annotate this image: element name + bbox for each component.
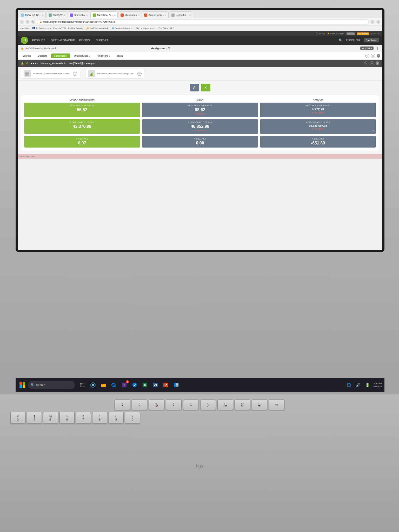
mean-mse-value: 46,852.98 bbox=[144, 124, 256, 129]
key-f7[interactable]: f7▶+ bbox=[183, 400, 199, 410]
model-btn-regression[interactable]: Λ bbox=[190, 84, 199, 91]
key-7[interactable]: &7 bbox=[76, 412, 91, 424]
sound-icon[interactable]: 🔊 bbox=[354, 381, 362, 389]
key-f8[interactable]: f8🎤 bbox=[200, 400, 216, 410]
model-card-1[interactable]: Barcelona_PricePrediction New [Filtere..… bbox=[21, 69, 80, 79]
key-f11[interactable]: f11▶▶| bbox=[252, 400, 267, 410]
info-icon[interactable]: i bbox=[377, 54, 380, 58]
key-f6[interactable]: f6◀- bbox=[166, 400, 182, 410]
nav-support[interactable]: SUPPORT bbox=[96, 39, 108, 42]
chevron-down-icon-supervised: ▾ bbox=[66, 55, 67, 57]
taskbar-app-word[interactable]: W bbox=[151, 380, 160, 390]
random-r2-label: R SQUARED bbox=[262, 138, 374, 140]
more-options-icon[interactable]: ⋮ bbox=[376, 46, 379, 50]
tab-barcelona[interactable]: Barcelona_Pr... × bbox=[90, 11, 118, 18]
tab-close-chatgpt[interactable]: × bbox=[64, 14, 65, 16]
key-f12[interactable]: f12 bbox=[269, 400, 284, 410]
chevron-down-icon-predictions: ▾ bbox=[109, 55, 110, 57]
tab-mycourses[interactable]: My courses × bbox=[118, 11, 141, 18]
key-8[interactable]: *8 bbox=[92, 412, 107, 424]
model-card-2-info[interactable]: ⓘ bbox=[137, 72, 142, 76]
key-f3[interactable]: f3✱ bbox=[115, 400, 130, 410]
nav-supervised[interactable]: Supervised ▾ bbox=[51, 54, 70, 58]
bookmark-em[interactable]: em - Onli... bbox=[20, 27, 30, 29]
search-icon[interactable]: 🔍 bbox=[339, 38, 343, 42]
tab-close-course[interactable]: × bbox=[165, 14, 166, 16]
address-bar[interactable]: 🔒 https://bigml.com/dashboard/evaluation… bbox=[37, 19, 369, 24]
key-f5[interactable]: f5🔇 bbox=[149, 400, 164, 410]
key-5[interactable]: %5 bbox=[43, 412, 58, 424]
reload-button[interactable]: ↻ bbox=[31, 20, 35, 24]
key-9[interactable]: (9 bbox=[109, 412, 124, 424]
model-btn-classification[interactable]: ✕ bbox=[201, 84, 210, 91]
sync-icon[interactable]: ↻ bbox=[365, 54, 369, 58]
model-info-icon[interactable]: i bbox=[376, 61, 379, 65]
nav-tasks[interactable]: Tasks bbox=[114, 54, 126, 58]
tab-close-storytell[interactable]: × bbox=[86, 14, 88, 16]
key-3[interactable]: #3 bbox=[10, 412, 25, 424]
taskbar-app-video[interactable] bbox=[88, 380, 98, 390]
network-icon[interactable]: 🌐 bbox=[345, 381, 352, 389]
tab-miba[interactable]: MiBA_A2_Ba... × bbox=[19, 11, 46, 18]
delta-arrow-icon-random-mae: ▼ bbox=[312, 112, 314, 114]
model-sync-icon[interactable]: ↻ bbox=[364, 61, 368, 65]
taskbar-app-defender[interactable] bbox=[130, 380, 139, 390]
bookmark-mcafee[interactable]: McAfee Security bbox=[68, 27, 83, 29]
nav-unsupervised[interactable]: Unsupervised ▾ bbox=[71, 54, 93, 58]
col-header-random: RANDOM bbox=[260, 98, 376, 101]
tab-close-mycourses[interactable]: × bbox=[138, 14, 139, 16]
bigml-nav-right: 🔍 AYOOLUWA Dashboard bbox=[339, 38, 379, 42]
bookmark-sign-in[interactable]: Sign in to your acco... bbox=[136, 27, 156, 29]
key-f10[interactable]: f10▶|| bbox=[235, 400, 250, 410]
tab-storytell[interactable]: Storytell.ai × bbox=[68, 11, 90, 18]
bookmark-booking[interactable]: B. B. Booking.com bbox=[32, 27, 51, 29]
model-settings-icon[interactable]: ⚙ bbox=[370, 61, 374, 65]
model-card-2[interactable]: Barcelona_PricePrediction New [Filtere..… bbox=[85, 69, 144, 79]
nav-pricing[interactable]: PRICING ▾ bbox=[79, 39, 91, 42]
tab-supervised[interactable]: ...rvisedLe... × bbox=[169, 11, 193, 18]
settings-gear-icon[interactable]: ⚙ bbox=[371, 54, 375, 58]
battery-icon[interactable]: 🔋 bbox=[364, 381, 371, 389]
key-f9[interactable]: f9|◀◀ bbox=[217, 400, 233, 410]
language-selector[interactable]: ENGLISH bbox=[371, 32, 380, 35]
key-f4[interactable]: f4⊞ bbox=[132, 400, 147, 410]
bookmark-button[interactable]: ☆ bbox=[370, 20, 375, 24]
tab-close-miba[interactable]: × bbox=[42, 14, 43, 16]
taskbar-app-outlook[interactable]: O bbox=[171, 380, 181, 390]
bookmark-expressvpn[interactable]: Express VPN bbox=[53, 27, 66, 29]
nav-predictions[interactable]: Predictions ▾ bbox=[94, 54, 113, 58]
tab-close-supervised[interactable]: × bbox=[189, 14, 191, 16]
model-card-1-info[interactable]: ⓘ bbox=[73, 72, 77, 76]
nav-sources[interactable]: Sources bbox=[20, 54, 34, 58]
tab-close-barcelona[interactable]: × bbox=[114, 14, 115, 16]
tab-course[interactable]: Course: Artifi... × bbox=[142, 11, 168, 18]
bookmark-request-catalog[interactable]: ⊞ Request Catalog -... bbox=[112, 27, 133, 30]
taskbar-search-box[interactable]: 🔍 Search bbox=[28, 381, 75, 389]
svg-text:O: O bbox=[176, 384, 178, 386]
key-6[interactable]: ^6 bbox=[59, 412, 75, 424]
back-button[interactable]: ‹ bbox=[20, 20, 24, 24]
breadcrumb: AYOOLUWA · My Dashboard bbox=[25, 47, 56, 50]
taskbar-app-powerpoint[interactable]: P bbox=[161, 380, 170, 390]
tab-chatgpt[interactable]: ChatGPT × bbox=[46, 11, 67, 18]
taskbar-app-teams[interactable]: T 3 bbox=[119, 380, 129, 390]
model-card-2-icon bbox=[88, 70, 95, 77]
col-header-mean: MEAN bbox=[142, 98, 258, 101]
key-0[interactable]: )0 bbox=[125, 412, 140, 424]
taskbar-app-files[interactable] bbox=[78, 380, 87, 390]
settings-button[interactable]: ⋮ bbox=[376, 20, 380, 24]
bookmark-peg-rates[interactable]: Peg Rates - All D bbox=[158, 27, 174, 29]
dashboard-button[interactable]: Dashboard bbox=[364, 38, 379, 42]
start-button[interactable] bbox=[18, 380, 27, 390]
taskbar-app-excel[interactable]: X bbox=[140, 380, 150, 390]
taskbar-app-edge[interactable] bbox=[109, 380, 118, 390]
nav-product[interactable]: PRODUCT ▾ bbox=[32, 39, 46, 42]
nav-datasets[interactable]: Datasets bbox=[35, 54, 50, 58]
taskbar-app-folder[interactable] bbox=[99, 380, 108, 390]
forward-button[interactable]: › bbox=[25, 20, 30, 24]
key-4[interactable]: $4 bbox=[27, 412, 42, 424]
metrics-header-row: LINEAR REGRESSION MEAN RANDOM bbox=[24, 98, 376, 101]
bookmark-lastpass[interactable]: 🔑 LastPass password... bbox=[86, 27, 109, 30]
prime-button[interactable]: GET PRIME bbox=[357, 32, 369, 35]
nav-getting-started[interactable]: GETTING STARTED bbox=[51, 39, 75, 42]
